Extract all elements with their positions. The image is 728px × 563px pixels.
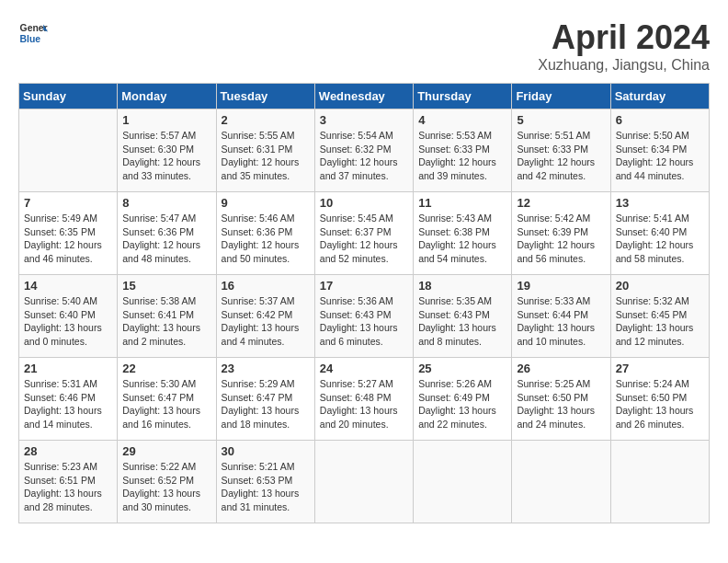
calendar-cell: 7Sunrise: 5:49 AM Sunset: 6:35 PM Daylig…	[19, 192, 118, 275]
calendar-cell: 27Sunrise: 5:24 AM Sunset: 6:50 PM Dayli…	[610, 358, 709, 441]
day-info: Sunrise: 5:41 AM Sunset: 6:40 PM Dayligh…	[616, 212, 704, 266]
day-number: 25	[418, 362, 506, 375]
week-row-4: 21Sunrise: 5:31 AM Sunset: 6:46 PM Dayli…	[19, 358, 710, 441]
calendar-cell: 26Sunrise: 5:25 AM Sunset: 6:50 PM Dayli…	[512, 358, 610, 441]
day-info: Sunrise: 5:43 AM Sunset: 6:38 PM Dayligh…	[418, 212, 506, 266]
day-info: Sunrise: 5:47 AM Sunset: 6:36 PM Dayligh…	[122, 212, 210, 266]
calendar-cell: 8Sunrise: 5:47 AM Sunset: 6:36 PM Daylig…	[118, 192, 216, 275]
calendar-cell	[19, 109, 118, 192]
day-number: 11	[418, 196, 506, 210]
day-info: Sunrise: 5:37 AM Sunset: 6:42 PM Dayligh…	[222, 294, 310, 349]
day-info: Sunrise: 5:23 AM Sunset: 6:51 PM Dayligh…	[24, 460, 112, 514]
day-number: 8	[122, 196, 210, 210]
calendar-cell: 24Sunrise: 5:27 AM Sunset: 6:48 PM Dayli…	[314, 358, 413, 441]
calendar-cell	[414, 441, 512, 523]
calendar-cell: 20Sunrise: 5:32 AM Sunset: 6:45 PM Dayli…	[610, 275, 709, 358]
day-number: 15	[122, 279, 210, 293]
svg-text:Blue: Blue	[20, 34, 41, 44]
calendar-body: 1Sunrise: 5:57 AM Sunset: 6:30 PM Daylig…	[19, 109, 710, 523]
location: Xuzhuang, Jiangsu, China	[538, 57, 710, 74]
calendar-cell: 25Sunrise: 5:26 AM Sunset: 6:49 PM Dayli…	[414, 358, 512, 441]
day-number: 4	[418, 113, 506, 127]
calendar-cell: 1Sunrise: 5:57 AM Sunset: 6:30 PM Daylig…	[118, 109, 216, 192]
day-number: 19	[517, 279, 605, 293]
day-info: Sunrise: 5:21 AM Sunset: 6:53 PM Dayligh…	[222, 460, 310, 514]
day-number: 12	[517, 196, 605, 210]
calendar-cell: 28Sunrise: 5:23 AM Sunset: 6:51 PM Dayli…	[19, 441, 118, 523]
day-number: 29	[122, 444, 210, 458]
calendar-cell: 18Sunrise: 5:35 AM Sunset: 6:43 PM Dayli…	[414, 275, 512, 358]
day-number: 9	[222, 196, 310, 210]
day-info: Sunrise: 5:46 AM Sunset: 6:36 PM Dayligh…	[222, 212, 310, 266]
day-number: 28	[24, 444, 112, 458]
page-header: General Blue April 2024 Xuzhuang, Jiangs…	[18, 18, 710, 74]
weekday-sunday: Sunday	[19, 84, 118, 109]
day-info: Sunrise: 5:45 AM Sunset: 6:37 PM Dayligh…	[320, 212, 408, 266]
calendar-cell: 14Sunrise: 5:40 AM Sunset: 6:40 PM Dayli…	[19, 275, 118, 358]
day-number: 27	[616, 362, 704, 375]
day-number: 23	[222, 362, 310, 375]
calendar-cell: 13Sunrise: 5:41 AM Sunset: 6:40 PM Dayli…	[610, 192, 709, 275]
calendar-cell: 17Sunrise: 5:36 AM Sunset: 6:43 PM Dayli…	[314, 275, 413, 358]
day-info: Sunrise: 5:42 AM Sunset: 6:39 PM Dayligh…	[517, 212, 605, 266]
day-number: 13	[616, 196, 704, 210]
title-block: April 2024 Xuzhuang, Jiangsu, China	[538, 18, 710, 74]
calendar-cell: 29Sunrise: 5:22 AM Sunset: 6:52 PM Dayli…	[118, 441, 216, 523]
day-info: Sunrise: 5:57 AM Sunset: 6:30 PM Dayligh…	[122, 129, 210, 183]
calendar-cell: 9Sunrise: 5:46 AM Sunset: 6:36 PM Daylig…	[216, 192, 314, 275]
calendar-cell: 30Sunrise: 5:21 AM Sunset: 6:53 PM Dayli…	[216, 441, 314, 523]
day-number: 26	[517, 362, 605, 375]
day-number: 18	[418, 279, 506, 293]
day-info: Sunrise: 5:26 AM Sunset: 6:49 PM Dayligh…	[418, 377, 506, 431]
logo-icon: General Blue	[18, 18, 48, 48]
day-info: Sunrise: 5:40 AM Sunset: 6:40 PM Dayligh…	[24, 294, 112, 349]
calendar-cell: 3Sunrise: 5:54 AM Sunset: 6:32 PM Daylig…	[314, 109, 413, 192]
day-number: 24	[320, 362, 408, 375]
day-info: Sunrise: 5:53 AM Sunset: 6:33 PM Dayligh…	[418, 129, 506, 183]
day-number: 5	[517, 113, 605, 127]
calendar-cell: 6Sunrise: 5:50 AM Sunset: 6:34 PM Daylig…	[610, 109, 709, 192]
day-info: Sunrise: 5:30 AM Sunset: 6:47 PM Dayligh…	[122, 377, 210, 431]
week-row-5: 28Sunrise: 5:23 AM Sunset: 6:51 PM Dayli…	[19, 441, 710, 523]
weekday-thursday: Thursday	[414, 84, 512, 109]
weekday-saturday: Saturday	[610, 84, 709, 109]
calendar-cell: 16Sunrise: 5:37 AM Sunset: 6:42 PM Dayli…	[216, 275, 314, 358]
calendar-cell: 22Sunrise: 5:30 AM Sunset: 6:47 PM Dayli…	[118, 358, 216, 441]
day-info: Sunrise: 5:24 AM Sunset: 6:50 PM Dayligh…	[616, 377, 704, 431]
calendar-cell: 5Sunrise: 5:51 AM Sunset: 6:33 PM Daylig…	[512, 109, 610, 192]
calendar-cell: 10Sunrise: 5:45 AM Sunset: 6:37 PM Dayli…	[314, 192, 413, 275]
week-row-2: 7Sunrise: 5:49 AM Sunset: 6:35 PM Daylig…	[19, 192, 710, 275]
calendar-cell	[512, 441, 610, 523]
day-number: 3	[320, 113, 408, 127]
calendar-cell: 12Sunrise: 5:42 AM Sunset: 6:39 PM Dayli…	[512, 192, 610, 275]
day-info: Sunrise: 5:36 AM Sunset: 6:43 PM Dayligh…	[320, 294, 408, 349]
weekday-tuesday: Tuesday	[216, 84, 314, 109]
day-info: Sunrise: 5:31 AM Sunset: 6:46 PM Dayligh…	[24, 377, 112, 431]
calendar-cell: 2Sunrise: 5:55 AM Sunset: 6:31 PM Daylig…	[216, 109, 314, 192]
day-number: 30	[222, 444, 310, 458]
calendar-cell: 23Sunrise: 5:29 AM Sunset: 6:47 PM Dayli…	[216, 358, 314, 441]
day-number: 7	[24, 196, 112, 210]
day-number: 22	[122, 362, 210, 375]
day-info: Sunrise: 5:54 AM Sunset: 6:32 PM Dayligh…	[320, 129, 408, 183]
day-info: Sunrise: 5:49 AM Sunset: 6:35 PM Dayligh…	[24, 212, 112, 266]
day-number: 10	[320, 196, 408, 210]
weekday-header-row: SundayMondayTuesdayWednesdayThursdayFrid…	[19, 84, 710, 109]
day-info: Sunrise: 5:35 AM Sunset: 6:43 PM Dayligh…	[418, 294, 506, 349]
day-number: 6	[616, 113, 704, 127]
calendar-cell	[610, 441, 709, 523]
day-info: Sunrise: 5:38 AM Sunset: 6:41 PM Dayligh…	[122, 294, 210, 349]
day-number: 21	[24, 362, 112, 375]
logo: General Blue	[18, 18, 48, 48]
day-info: Sunrise: 5:27 AM Sunset: 6:48 PM Dayligh…	[320, 377, 408, 431]
calendar-cell: 15Sunrise: 5:38 AM Sunset: 6:41 PM Dayli…	[118, 275, 216, 358]
day-number: 1	[122, 113, 210, 127]
calendar-cell: 19Sunrise: 5:33 AM Sunset: 6:44 PM Dayli…	[512, 275, 610, 358]
day-info: Sunrise: 5:55 AM Sunset: 6:31 PM Dayligh…	[222, 129, 310, 183]
day-info: Sunrise: 5:29 AM Sunset: 6:47 PM Dayligh…	[222, 377, 310, 431]
day-info: Sunrise: 5:32 AM Sunset: 6:45 PM Dayligh…	[616, 294, 704, 349]
day-number: 2	[222, 113, 310, 127]
weekday-wednesday: Wednesday	[314, 84, 413, 109]
calendar-cell: 21Sunrise: 5:31 AM Sunset: 6:46 PM Dayli…	[19, 358, 118, 441]
day-info: Sunrise: 5:51 AM Sunset: 6:33 PM Dayligh…	[517, 129, 605, 183]
